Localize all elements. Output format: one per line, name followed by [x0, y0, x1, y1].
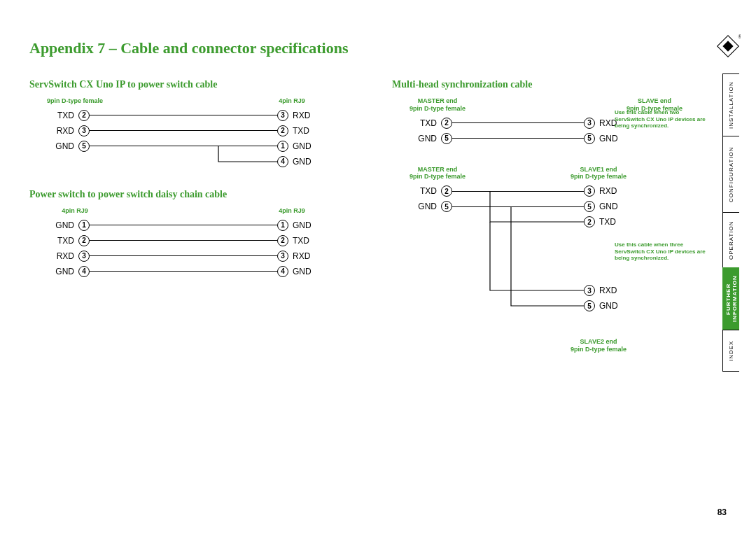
tab-operation[interactable]: OPERATION — [722, 212, 739, 268]
pin-label: RXD — [29, 251, 78, 261]
cable3-b2-right-header2: SLAVE2 end 9pin D-type female — [553, 338, 644, 353]
pin-label: GND — [392, 202, 441, 211]
cable3-b2-right-header1: SLAVE1 end 9pin D-type female — [553, 166, 644, 181]
pin-label: GND — [288, 220, 337, 230]
tab-installation[interactable]: INSTALLATION — [722, 73, 739, 136]
pin-circle: 2 — [584, 216, 595, 227]
svg-text:®: ® — [738, 34, 741, 39]
pin-circle: 3 — [584, 185, 595, 197]
wire — [90, 115, 277, 115]
pin-label: GND — [29, 220, 78, 230]
pin-label: RXD — [29, 126, 78, 136]
cable1-section: ServSwitch CX Uno IP to power switch cab… — [29, 79, 337, 169]
cable1-title: ServSwitch CX Uno IP to power switch cab… — [29, 79, 337, 90]
cable3-b2-left-header: MASTER end 9pin D-type female — [392, 166, 483, 181]
cable3-b1-left-header: MASTER end 9pin D-type female — [392, 97, 483, 113]
pin-label: GND — [595, 301, 644, 311]
pin-label: GND — [392, 134, 441, 143]
pin-label: GND — [29, 267, 78, 276]
pin-label: TXD — [29, 236, 78, 246]
pin-circle: 3 — [277, 110, 288, 121]
tab-index[interactable]: INDEX — [722, 330, 739, 372]
pin-circle: 3 — [277, 251, 288, 262]
pin-circle: 5 — [441, 133, 452, 144]
pin-circle: 2 — [277, 235, 288, 246]
cable1-diagram: TXD 2 3 RXD RXD 3 2 TXD GND 5 1 GND 4 GN… — [29, 108, 337, 169]
pin-circle: 5 — [78, 141, 90, 152]
pin-label: RXD — [288, 111, 337, 120]
pin-circle: 1 — [277, 220, 288, 231]
pin-circle: 2 — [78, 235, 90, 246]
cable3-b1-note: Use this cable when two ServSwitch CX Un… — [615, 109, 706, 129]
side-tabs: INSTALLATION CONFIGURATION OPERATION FUR… — [722, 73, 746, 371]
pin-label: GND — [595, 134, 644, 143]
page-title: Appendix 7 – Cable and connector specifi… — [29, 39, 349, 57]
pin-circle: 5 — [584, 300, 595, 311]
cable2-right-header: 4pin RJ9 — [246, 207, 337, 215]
pin-circle: 2 — [78, 110, 90, 121]
pin-circle: 3 — [584, 118, 595, 129]
pin-label: TXD — [392, 186, 441, 196]
pin-circle: 3 — [584, 285, 595, 296]
pin-label: TXD — [288, 126, 337, 136]
pin-circle: 2 — [441, 118, 452, 129]
pin-circle: 5 — [584, 133, 595, 144]
pin-label: TXD — [392, 118, 441, 128]
pin-label: GND — [288, 141, 337, 151]
pin-label: RXD — [288, 251, 337, 261]
cable2-section: Power switch to power switch daisy chain… — [29, 189, 337, 279]
brand-logo-icon: ® — [715, 34, 741, 59]
page-number: 83 — [718, 507, 727, 517]
pin-label: RXD — [595, 186, 644, 196]
cable2-diagram: GND 1 1 GND TXD 2 2 TXD RXD 3 3 RXD GND … — [29, 218, 337, 279]
pin-circle: 5 — [441, 201, 452, 212]
cable2-title: Power switch to power switch daisy chain… — [29, 189, 337, 200]
pin-circle: 4 — [277, 156, 288, 167]
svg-rect-1 — [722, 41, 733, 51]
pin-label: RXD — [595, 286, 644, 295]
pin-circle: 4 — [78, 266, 90, 277]
cable1-left-header: 9pin D-type female — [29, 97, 120, 105]
pin-circle: 2 — [277, 125, 288, 136]
pin-circle: 5 — [584, 201, 595, 212]
pin-label: TXD — [595, 217, 644, 227]
pin-label: GND — [29, 141, 78, 151]
pin-label: TXD — [29, 111, 78, 120]
pin-circle: 1 — [277, 141, 288, 152]
pin-label: GND — [595, 202, 644, 211]
tab-configuration[interactable]: CONFIGURATION — [722, 136, 739, 213]
pin-circle: 1 — [78, 220, 90, 231]
tab-further-information[interactable]: FURTHER INFORMATION — [722, 267, 739, 330]
pin-label: GND — [288, 267, 337, 276]
cable3-section: Multi-head synchronization cable MASTER … — [392, 79, 700, 314]
pin-circle: 3 — [78, 125, 90, 136]
cable3-b1-diagram: TXD 2 3 RXD GND 5 5 GND — [392, 115, 644, 146]
cable3-b2-diagram: TXD 2 3 RXD GND 5 5 GND 2 TXD 3 RXD — [392, 183, 644, 314]
pin-label: TXD — [288, 236, 337, 246]
cable1-right-header: 4pin RJ9 — [246, 97, 337, 105]
cable3-title: Multi-head synchronization cable — [392, 79, 700, 90]
pin-label: GND — [288, 157, 337, 167]
cable2-left-header: 4pin RJ9 — [29, 207, 120, 215]
cable3-b2-note: Use this cable when three ServSwitch CX … — [615, 241, 706, 262]
pin-circle: 4 — [277, 266, 288, 277]
pin-circle: 3 — [78, 251, 90, 262]
pin-circle: 2 — [441, 185, 452, 197]
